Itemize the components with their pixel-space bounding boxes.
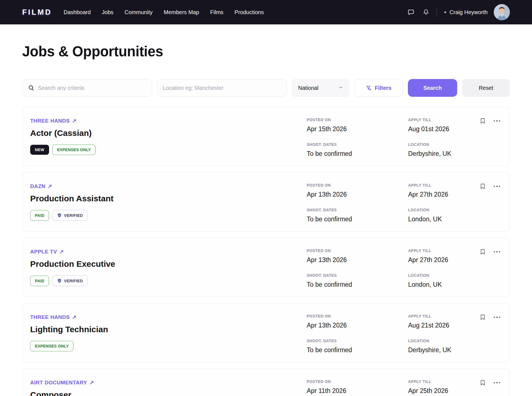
apply-location-column: APPLY TILL Aug 21st 2026 LOCATION Derbys… bbox=[408, 314, 451, 354]
apply-till-value: Apr 25th 2026 bbox=[408, 387, 448, 395]
shoot-dates-label: SHOOT. DATES bbox=[307, 208, 352, 212]
external-link-arrow-icon: ↗ bbox=[72, 314, 76, 320]
more-options-icon[interactable] bbox=[494, 251, 500, 253]
shoot-dates-label: SHOOT. DATES bbox=[307, 142, 352, 147]
bookmark-icon[interactable] bbox=[479, 183, 486, 190]
shoot-dates-cell: SHOOT. DATES To be confirmed bbox=[307, 208, 352, 223]
shoot-dates-value: To be confirmed bbox=[307, 281, 352, 288]
nav-item-members-map[interactable]: Members Map bbox=[164, 9, 199, 16]
apply-location-column: APPLY TILL Apr 27th 2026 LOCATION London… bbox=[408, 248, 448, 288]
nav-item-films[interactable]: Films bbox=[210, 9, 224, 16]
shoot-dates-value: To be confirmed bbox=[307, 346, 352, 354]
apply-till-label: APPLY TILL bbox=[408, 379, 448, 384]
company-link[interactable]: DAZN ↗ bbox=[30, 183, 52, 189]
badge-verified: VERIFIED bbox=[52, 210, 88, 221]
job-card[interactable]: APPLE TV ↗ Production Executive PAIDVERI… bbox=[22, 238, 510, 297]
location-cell: LOCATION Derbyshire, UK bbox=[408, 142, 451, 158]
company-name: DAZN bbox=[30, 183, 45, 189]
company-link[interactable]: THREE HANDS ↗ bbox=[30, 314, 76, 320]
notifications-bell-icon[interactable] bbox=[422, 9, 429, 16]
job-card[interactable]: DAZN ↗ Production Assistant PAIDVERIFIED… bbox=[22, 172, 510, 232]
location-value: London, UK bbox=[408, 215, 448, 223]
bookmark-icon[interactable] bbox=[479, 248, 486, 255]
chevron-down-icon bbox=[339, 85, 343, 91]
location-label: LOCATION bbox=[408, 273, 448, 278]
job-list: THREE HANDS ↗ Actor (Cassian) NEWEXPENSE… bbox=[22, 107, 510, 396]
company-link[interactable]: THREE HANDS ↗ bbox=[30, 118, 76, 124]
bookmark-icon[interactable] bbox=[479, 118, 486, 124]
posted-shoot-column: POSTED ON Apr 13th 2026 SHOOT. DATES To … bbox=[307, 314, 352, 354]
card-actions bbox=[479, 118, 500, 124]
nav-right: ▾ Craig Heyworth bbox=[407, 4, 510, 20]
apply-till-label: APPLY TILL bbox=[408, 118, 451, 122]
shoot-dates-value: To be confirmed bbox=[307, 150, 352, 158]
apply-location-column: APPLY TILL Aug 01st 2026 LOCATION Derbys… bbox=[408, 118, 451, 158]
reset-button[interactable]: Reset bbox=[462, 79, 510, 97]
job-card[interactable]: THREE HANDS ↗ Actor (Cassian) NEWEXPENSE… bbox=[22, 107, 510, 166]
external-link-arrow-icon: ↗ bbox=[72, 118, 76, 124]
filmd-logo[interactable]: FILMD bbox=[22, 8, 52, 17]
shoot-dates-cell: SHOOT. DATES To be confirmed bbox=[307, 339, 352, 354]
posted-shoot-column: POSTED ON Apr 13th 2026 SHOOT. DATES To … bbox=[307, 248, 352, 288]
company-link[interactable]: AIRT DOCUMENTARY ↗ bbox=[30, 379, 94, 386]
apply-till-cell: APPLY TILL Aug 01st 2026 bbox=[408, 118, 451, 133]
location-label: LOCATION bbox=[408, 142, 451, 147]
nav-item-community[interactable]: Community bbox=[125, 9, 153, 16]
posted-on-cell: POSTED ON Apr 13th 2026 bbox=[307, 183, 352, 198]
shoot-dates-cell: SHOOT. DATES To be confirmed bbox=[307, 142, 352, 158]
posted-on-cell: POSTED ON Apr 13th 2026 bbox=[307, 248, 352, 264]
posted-on-value: Apr 13th 2026 bbox=[307, 322, 352, 329]
verified-shield-icon bbox=[57, 213, 62, 218]
more-options-icon[interactable] bbox=[494, 382, 500, 384]
filter-row: National Filters Search Reset bbox=[22, 79, 510, 97]
external-link-arrow-icon: ↗ bbox=[89, 379, 94, 386]
posted-on-cell: POSTED ON Apr 15th 2026 bbox=[307, 118, 352, 133]
posted-on-value: Apr 15th 2026 bbox=[307, 125, 352, 133]
external-link-arrow-icon: ↗ bbox=[48, 183, 52, 189]
location-label: LOCATION bbox=[408, 339, 451, 343]
main-content: Jobs & Opportunities National bbox=[0, 43, 532, 396]
bookmark-icon[interactable] bbox=[479, 314, 486, 321]
job-card[interactable]: AIRT DOCUMENTARY ↗ Composer POSTED ON Ap… bbox=[22, 369, 510, 396]
page-title: Jobs & Opportunities bbox=[22, 43, 510, 60]
location-value: London, UK bbox=[408, 281, 448, 288]
badge-expenses-only: EXPENSES ONLY bbox=[52, 144, 96, 155]
posted-on-value: Apr 11th 2026 bbox=[307, 387, 346, 395]
user-name[interactable]: Craig Heyworth bbox=[449, 9, 488, 16]
card-actions bbox=[479, 314, 500, 321]
nav-item-productions[interactable]: Productions bbox=[234, 9, 264, 16]
company-link[interactable]: APPLE TV ↗ bbox=[30, 248, 64, 255]
avatar[interactable] bbox=[494, 4, 510, 20]
shoot-dates-label: SHOOT. DATES bbox=[307, 339, 352, 343]
job-card[interactable]: THREE HANDS ↗ Lighting Technician EXPENS… bbox=[22, 303, 510, 362]
more-options-icon[interactable] bbox=[494, 186, 500, 187]
posted-on-label: POSTED ON bbox=[307, 314, 352, 318]
search-icon bbox=[28, 85, 35, 91]
location-input[interactable] bbox=[163, 85, 281, 91]
apply-till-cell: APPLY TILL Apr 27th 2026 bbox=[408, 248, 448, 264]
search-button[interactable]: Search bbox=[408, 79, 457, 97]
nav-item-jobs[interactable]: Jobs bbox=[102, 9, 113, 16]
more-options-icon[interactable] bbox=[494, 317, 500, 318]
search-input[interactable] bbox=[38, 85, 146, 91]
nav-item-dashboard[interactable]: Dashboard bbox=[63, 9, 91, 16]
apply-location-column: APPLY TILL Apr 27th 2026 LOCATION London… bbox=[408, 183, 448, 223]
apply-till-cell: APPLY TILL Apr 27th 2026 bbox=[408, 183, 448, 198]
filters-button[interactable]: Filters bbox=[354, 79, 403, 97]
bookmark-icon[interactable] bbox=[479, 379, 486, 386]
user-menu-caret-icon[interactable]: ▾ bbox=[444, 10, 446, 14]
region-select[interactable]: National bbox=[292, 79, 349, 97]
location-input-wrap bbox=[157, 79, 287, 97]
more-options-icon[interactable] bbox=[494, 120, 500, 122]
company-name: AIRT DOCUMENTARY bbox=[30, 380, 87, 386]
apply-till-cell: APPLY TILL Aug 21st 2026 bbox=[408, 314, 451, 329]
posted-on-cell: POSTED ON Apr 11th 2026 bbox=[307, 379, 346, 395]
badge-verified: VERIFIED bbox=[52, 275, 88, 286]
region-selected-value: National bbox=[298, 85, 318, 91]
location-cell: LOCATION London, UK bbox=[408, 273, 448, 288]
search-input-wrap bbox=[22, 79, 152, 97]
company-name: THREE HANDS bbox=[30, 314, 70, 320]
apply-till-label: APPLY TILL bbox=[408, 183, 448, 187]
chat-icon[interactable] bbox=[407, 9, 415, 16]
company-name: THREE HANDS bbox=[30, 118, 70, 124]
